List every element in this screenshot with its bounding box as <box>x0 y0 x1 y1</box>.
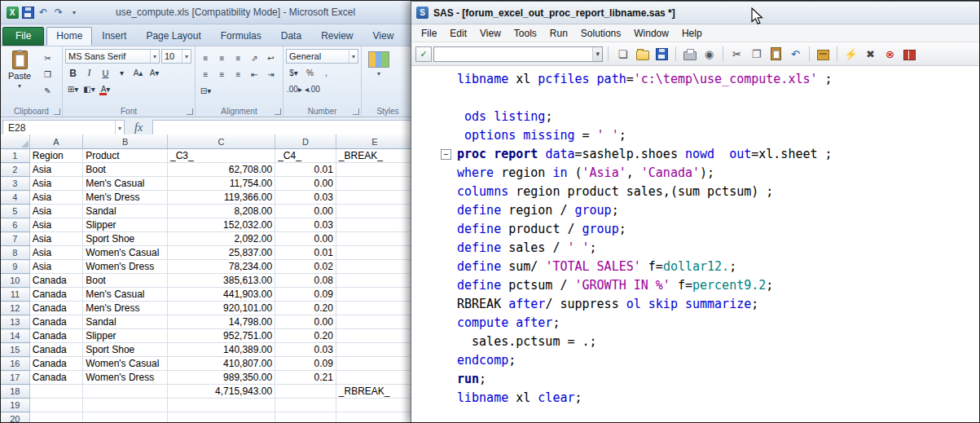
cell-c1[interactable]: _C3_ <box>167 149 275 163</box>
row-header-19[interactable]: 19 <box>1 399 29 412</box>
row-header-11[interactable]: 11 <box>1 288 29 302</box>
bold-button[interactable]: B <box>65 66 81 80</box>
copy-button[interactable]: ❐ <box>40 68 55 82</box>
cell-d16[interactable]: 0.09 <box>275 357 336 371</box>
row-header-15[interactable]: 15 <box>1 343 29 357</box>
cell-b8[interactable]: Women's Casual <box>83 246 168 260</box>
cell-e18[interactable]: _RBREAK_ <box>336 385 413 399</box>
font-size-dropdown-icon[interactable]: ▾ <box>182 50 188 63</box>
cell-b14[interactable]: Slipper <box>83 329 168 343</box>
cell-styles-dropdown-icon[interactable]: ▾ <box>377 70 380 77</box>
cell-b7[interactable]: Sport Shoe <box>83 232 168 246</box>
code-line-6[interactable]: where region in ('Asia', 'Canada'); <box>411 164 980 183</box>
command-check-button[interactable]: ✓ <box>415 46 432 62</box>
wrap-text-button[interactable]: ↩ <box>263 51 279 65</box>
sas-titlebar[interactable]: S SAS - [forum_excel_out_proc_report_lib… <box>411 2 980 24</box>
align-bottom-button[interactable]: ≡ <box>231 51 246 65</box>
cell-e8[interactable] <box>336 246 413 260</box>
toolbar-undo-button[interactable]: ↶ <box>786 45 805 63</box>
cell-a3[interactable]: Asia <box>29 177 82 191</box>
toolbar-break-button[interactable]: ⊗ <box>881 45 899 63</box>
cell-d18[interactable] <box>275 385 336 399</box>
cell-a16[interactable]: Canada <box>29 357 82 371</box>
command-bar-dropdown-icon[interactable]: ▾ <box>592 47 602 61</box>
cell-e4[interactable] <box>336 191 413 205</box>
row-header-2[interactable]: 2 <box>1 163 29 177</box>
font-name-combo[interactable]: MS Sans Serif ▾ <box>65 49 160 64</box>
code-line-10[interactable]: define sales / ' '; <box>411 239 980 258</box>
cell-d19[interactable] <box>275 399 336 412</box>
toolbar-paste-button[interactable] <box>767 45 785 63</box>
cell-b5[interactable]: Sandal <box>83 205 168 218</box>
row-header-16[interactable]: 16 <box>1 357 29 371</box>
cell-c8[interactable]: 25,837.00 <box>167 246 275 260</box>
cell-a19[interactable] <box>29 399 82 412</box>
cell-d9[interactable]: 0.02 <box>275 260 336 274</box>
cell-c5[interactable]: 8,208.00 <box>167 205 275 218</box>
align-left-button[interactable]: ≡ <box>198 68 213 82</box>
cell-d2[interactable]: 0.01 <box>275 163 336 177</box>
row-header-12[interactable]: 12 <box>1 302 29 315</box>
cell-c16[interactable]: 410,807.00 <box>167 357 275 371</box>
font-dialog-launcher-icon[interactable] <box>187 108 193 115</box>
row-header-17[interactable]: 17 <box>1 371 29 385</box>
cell-d5[interactable]: 0.00 <box>275 205 336 218</box>
cell-b10[interactable]: Boot <box>83 274 168 288</box>
cell-d11[interactable]: 0.09 <box>275 288 336 302</box>
cell-e12[interactable] <box>336 302 413 315</box>
toolbar-cut-button[interactable]: ✂ <box>727 45 746 63</box>
cell-e7[interactable] <box>336 232 413 246</box>
menu-solutions[interactable]: Solutions <box>574 26 627 41</box>
cell-a6[interactable]: Asia <box>29 218 82 232</box>
cell-c14[interactable]: 952,751.00 <box>167 329 275 343</box>
cell-c20[interactable] <box>167 412 275 423</box>
align-right-button[interactable]: ≡ <box>231 68 246 82</box>
cell-b11[interactable]: Men's Casual <box>83 288 168 302</box>
toolbar-new-library-button[interactable] <box>814 45 833 63</box>
ribbon-tab-insert[interactable]: Insert <box>92 27 136 46</box>
cell-d15[interactable]: 0.03 <box>275 343 336 357</box>
cell-a15[interactable]: Canada <box>29 343 82 357</box>
cell-e11[interactable] <box>336 288 413 302</box>
row-header-5[interactable]: 5 <box>1 205 29 218</box>
name-box-dropdown-icon[interactable]: ▾ <box>115 121 124 135</box>
toolbar-clear-all-button[interactable]: ✖ <box>861 45 880 63</box>
cell-a2[interactable]: Asia <box>29 163 82 177</box>
cell-d7[interactable]: 0.00 <box>275 232 336 246</box>
name-box[interactable]: E28 ▾ <box>2 120 125 136</box>
formula-input[interactable] <box>152 120 412 136</box>
cell-c10[interactable]: 385,613.00 <box>167 274 275 288</box>
font-size-combo[interactable]: 10 ▾ <box>161 49 191 64</box>
select-all-button[interactable] <box>1 134 29 149</box>
cell-a14[interactable]: Canada <box>29 329 82 343</box>
cell-d13[interactable]: 0.00 <box>275 315 336 329</box>
align-top-button[interactable]: ≡ <box>198 51 213 65</box>
column-header-d[interactable]: D <box>275 134 336 149</box>
increase-indent-button[interactable]: ⇥ <box>263 68 279 82</box>
code-line-11[interactable]: define sum/ 'TOTAL SALES' f=dollar12.; <box>411 258 980 276</box>
cell-a17[interactable]: Canada <box>29 371 82 385</box>
cell-b13[interactable]: Sandal <box>83 315 168 329</box>
fill-color-button[interactable]: ◧▾ <box>81 82 97 96</box>
code-line-8[interactable]: define region / group; <box>411 201 980 220</box>
ribbon-tab-review[interactable]: Review <box>311 27 363 46</box>
cell-b4[interactable]: Men's Dress <box>83 191 168 205</box>
cell-a10[interactable]: Canada <box>29 274 82 288</box>
cell-e1[interactable]: _BREAK_ <box>336 149 413 163</box>
cell-b19[interactable] <box>83 399 168 412</box>
cell-d12[interactable]: 0.20 <box>275 302 336 315</box>
toolbar-copy-button[interactable]: ❐ <box>747 45 766 63</box>
row-header-14[interactable]: 14 <box>1 329 29 343</box>
cell-d20[interactable] <box>275 412 336 423</box>
code-line-4[interactable]: options missing = ' '; <box>411 126 980 145</box>
cell-a20[interactable] <box>29 412 82 423</box>
qat-redo-button[interactable]: ↷ <box>52 5 65 20</box>
toolbar-new-document-button[interactable]: ❏ <box>613 45 632 63</box>
row-header-6[interactable]: 6 <box>1 218 29 232</box>
cell-e2[interactable] <box>336 163 413 177</box>
ribbon-tab-home[interactable]: Home <box>46 27 92 46</box>
cell-e20[interactable] <box>336 412 413 423</box>
cell-e3[interactable] <box>336 177 413 191</box>
row-header-18[interactable]: 18 <box>1 385 29 399</box>
alignment-dialog-launcher-icon[interactable] <box>275 108 281 115</box>
